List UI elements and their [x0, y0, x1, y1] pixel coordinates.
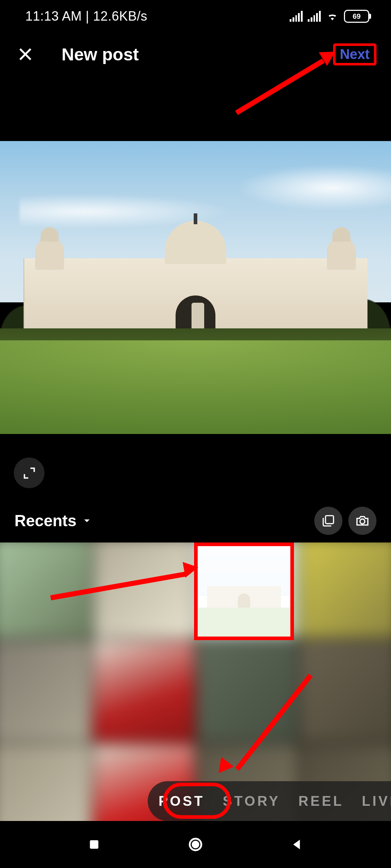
layers-icon	[321, 514, 335, 528]
system-nav-bar	[0, 821, 391, 868]
album-dropdown[interactable]: Recents	[14, 512, 92, 530]
svg-point-1	[360, 519, 365, 524]
app-header: New post Next	[0, 33, 391, 76]
svg-rect-0	[325, 516, 333, 524]
svg-point-4	[193, 842, 198, 847]
album-name-label: Recents	[14, 512, 76, 530]
status-bar: 11:13 AM | 12.6KB/s 69	[0, 0, 391, 33]
wifi-icon	[326, 11, 339, 22]
photo-preview[interactable]	[0, 76, 391, 499]
mode-reel[interactable]: REEL	[298, 793, 344, 809]
square-icon	[87, 837, 101, 852]
chevron-down-icon	[81, 515, 92, 526]
gallery-thumb[interactable]	[196, 639, 298, 742]
back-button[interactable]	[284, 832, 310, 857]
status-time: 11:13 AM | 12.6KB/s	[25, 9, 147, 24]
gallery-thumb[interactable]	[299, 542, 391, 638]
signal-icon-2	[308, 11, 321, 22]
mode-story[interactable]: STORY	[223, 793, 280, 809]
next-button[interactable]: Next	[333, 43, 377, 65]
gallery-grid[interactable]: POST STORY REEL LIVE	[0, 542, 391, 821]
page-title: New post	[62, 44, 139, 64]
battery-icon: 69	[344, 10, 369, 23]
home-button[interactable]	[183, 832, 208, 857]
gallery-thumb[interactable]	[93, 542, 195, 638]
mode-post[interactable]: POST	[159, 793, 205, 809]
gallery-thumb[interactable]	[299, 639, 391, 742]
expand-crop-button[interactable]	[14, 458, 45, 488]
gallery-thumb[interactable]	[0, 639, 92, 742]
mode-selector[interactable]: POST STORY REEL LIVE	[148, 781, 391, 821]
selected-photo	[0, 141, 391, 434]
gallery-thumb[interactable]	[0, 542, 92, 638]
status-indicators: 69	[290, 10, 369, 23]
close-button[interactable]	[11, 40, 40, 69]
camera-button[interactable]	[348, 507, 377, 535]
expand-icon	[23, 467, 36, 480]
circle-icon	[187, 836, 204, 853]
gallery-thumb[interactable]	[0, 744, 92, 821]
close-icon	[16, 45, 34, 63]
mode-live[interactable]: LIVE	[362, 793, 391, 809]
recents-button[interactable]	[81, 832, 107, 857]
gallery-thumb-selected[interactable]	[194, 542, 294, 640]
svg-rect-2	[90, 840, 98, 848]
album-selector-row: Recents	[0, 499, 391, 542]
camera-icon	[355, 514, 370, 528]
signal-icon	[290, 11, 303, 22]
multi-select-button[interactable]	[314, 507, 342, 535]
battery-percent: 69	[353, 12, 361, 21]
gallery-thumb[interactable]	[93, 639, 195, 742]
triangle-back-icon	[290, 837, 304, 852]
